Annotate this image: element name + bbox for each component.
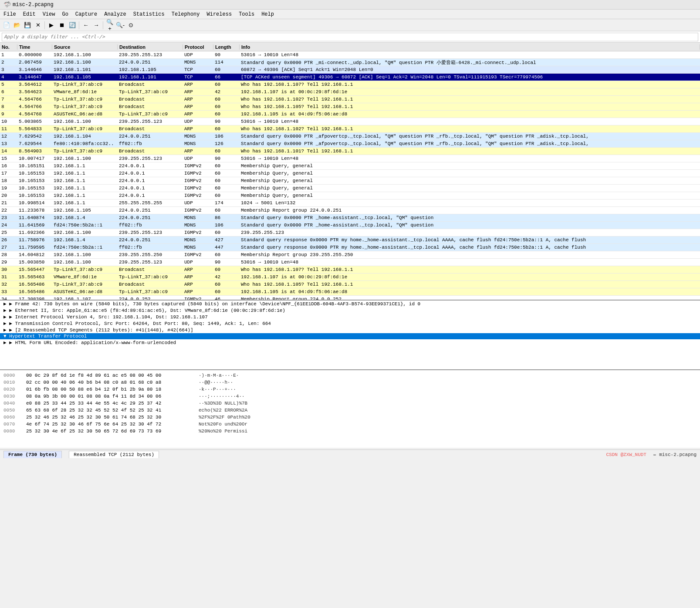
hex-addr: 0040 [3,401,19,406]
app-icon: 🦈 [3,1,11,8]
table-row[interactable]: 3115.565463VMware_8f:6d:1eTp-LinkT_37:ab… [0,274,700,281]
table-row[interactable]: 2411.641569fd24:750e:5b2a::1ff02::fbMDNS… [0,222,700,229]
toolbar-open-btn[interactable]: 📂 [12,20,22,30]
packet-cell: UDP [183,52,213,57]
table-row[interactable]: 94.564768ASUSTeKC_06:ae:d8Tp-LinkT_37:ab… [0,111,700,118]
detail-row[interactable]: Hypertext Transfer Protocol [0,333,700,339]
filter-input[interactable] [2,33,698,41]
packet-cell: 21 [0,200,17,206]
packet-cell: 16.565486 [17,289,52,294]
menu-item-capture[interactable]: Capture [72,10,101,18]
menu-item-tools[interactable]: Tools [235,10,258,18]
status-tab-reassembled[interactable]: Reassembled TCP (2112 bytes) [69,451,159,458]
table-row[interactable]: 22.067459192.168.1.100224.0.0.251MDNS114… [0,59,700,66]
menu-item-wireless[interactable]: Wireless [203,10,236,18]
table-row[interactable]: 63.564623VMware_8f:6d:1eTp-LinkT_37:ab:c… [0,88,700,96]
menu-item-file[interactable]: File [0,10,20,18]
detail-row[interactable]: ▶ Frame 42: 730 bytes on wire (5840 bits… [0,301,700,307]
toolbar-forward-btn[interactable]: → [91,20,101,30]
packet-cell: UDP [183,200,213,206]
packet-cell: 60 [213,230,240,235]
table-row[interactable]: 33.144646192.168.1.101192.168.1.105TCP60… [0,66,700,74]
packet-cell: 60 [213,282,240,287]
toolbar-zoom-in-btn[interactable]: 🔍+ [105,20,115,30]
toolbar-restart-btn[interactable]: 🔄 [68,20,77,30]
menu-item-edit[interactable]: Edit [20,10,39,18]
toolbar-start-btn[interactable]: ▶ [47,20,56,30]
table-row[interactable]: 2010.165153192.168.1.1224.0.0.1IGMPv260M… [0,192,700,199]
packet-cell: 34 [0,297,17,300]
table-row[interactable]: 2511.692366192.168.1.100239.255.255.123I… [0,229,700,236]
detail-row[interactable]: ▶ Ethernet II, Src: Apple_61:ac:e5 (f8:4… [0,307,700,314]
menu-item-view[interactable]: View [39,10,59,18]
table-row[interactable]: 2711.759595fd24:750e:5b2a::1ff02::fbMDNS… [0,244,700,251]
toolbar: 📄 📂 💾 ✕ ▶ ⏹ 🔄 ← → 🔍+ 🔍- ⊙ [0,19,700,31]
table-row[interactable]: 2110.998514192.168.1.1255.255.255.255UDP… [0,199,700,207]
table-row[interactable]: 3316.565486ASUSTeKC_06:ae:d8Tp-LinkT_37:… [0,288,700,296]
table-row[interactable]: 2915.003850192.168.1.100239.255.255.123U… [0,259,700,266]
packet-cell: 60 [213,171,240,176]
packet-cell: 90 [213,260,240,265]
toolbar-close-btn[interactable]: ✕ [33,20,43,30]
menu-item-telephony[interactable]: Telephony [168,10,203,18]
table-row[interactable]: 137.629544fe80::410:98fa:cc32..ff02::fbM… [0,140,700,148]
packet-cell: Tp-LinkT_37:ab:c9 [52,97,118,102]
table-row[interactable]: 1710.165153192.168.1.1224.0.0.1IGMPv260M… [0,170,700,177]
statusbar: Frame (730 bytes) Reassembled TCP (2112 … [0,449,700,459]
table-row[interactable]: 1610.165151192.168.1.1224.0.0.1IGMPv260M… [0,162,700,170]
detail-row[interactable]: ▶ HTML Form URL Encoded: application/x-w… [0,339,700,346]
table-row[interactable]: 148.564903Tp-LinkT_37:ab:c9BroadcastARP6… [0,148,700,155]
toolbar-sep-2 [79,21,79,29]
detail-row[interactable]: ▶ Internet Protocol Version 4, Src: 192.… [0,314,700,320]
toolbar-back-btn[interactable]: ← [81,20,91,30]
menu-item-help[interactable]: Help [258,10,277,18]
toolbar-new-btn[interactable]: 📄 [2,20,11,30]
detail-row[interactable]: ▶ Transmission Control Protocol, Src Por… [0,320,700,327]
table-row[interactable]: 115.564833Tp-LinkT_37:ab:c9BroadcastARP6… [0,125,700,133]
packet-cell: 192.168.1.100 [52,230,118,235]
hex-row: 002001 6b fb 08 00 50 88 e6 b4 12 0f b1 … [3,386,697,393]
table-row[interactable]: 84.564766Tp-LinkT_37:ab:c9BroadcastARP60… [0,103,700,111]
toolbar-sep-1 [44,21,45,29]
table-row[interactable]: 1810.165153192.168.1.1224.0.0.1IGMPv260M… [0,177,700,185]
table-row[interactable]: 2814.604812192.168.1.100239.255.255.250I… [0,251,700,259]
packet-cell: Tp-LinkT_37:ab:c9 [118,89,183,95]
table-row[interactable]: 2611.758976192.168.1.4224.0.0.251MDNS427… [0,236,700,244]
menu-item-go[interactable]: Go [58,10,71,18]
toolbar-zoom-out-btn[interactable]: 🔍- [115,20,125,30]
packet-cell: TCP [183,74,213,80]
table-row[interactable]: 53.564612Tp-LinkT_37:ab:c9BroadcastARP60… [0,81,700,88]
packet-cell: Broadcast [118,82,183,87]
table-row[interactable]: 74.564766Tp-LinkT_37:ab:c9BroadcastARP60… [0,96,700,103]
table-row[interactable]: 127.629542192.168.1.104224.0.0.251MDNS10… [0,133,700,140]
packet-cell: Membership Query, general [240,171,700,176]
packet-cell: 2.067459 [17,60,52,65]
packet-cell: Standard query 0x0000 PTR _afpovertcp._t… [240,134,700,139]
table-row[interactable]: 10.000000192.168.1.100239.255.255.123UDP… [0,51,700,59]
packet-cell: IGMPv2 [183,186,213,191]
packet-cell: 32 [0,282,17,287]
table-row[interactable]: 3015.565447Tp-LinkT_37:ab:c9BroadcastARP… [0,266,700,274]
packet-cell: 192.168.1.1 [52,200,118,206]
table-row[interactable]: 1910.165153192.168.1.1224.0.0.1IGMPv260M… [0,185,700,192]
table-row[interactable]: 2211.233678192.168.1.105224.0.0.251IGMPv… [0,207,700,214]
table-row[interactable]: 3216.565486Tp-LinkT_37:ab:c9BroadcastARP… [0,281,700,288]
toolbar-zoom-reset-btn[interactable]: ⊙ [126,20,135,30]
table-row[interactable]: 2311.640874192.168.1.4224.0.0.251MDNS86S… [0,214,700,222]
table-row[interactable]: 105.003865192.168.1.100239.255.255.123UD… [0,118,700,125]
toolbar-stop-btn[interactable]: ⏹ [57,20,67,30]
packet-cell: 30 [0,267,17,272]
table-row[interactable]: 3417.308398192.168.1.107224.0.0.252IGMPv… [0,296,700,300]
col-time: Time [17,44,52,50]
menu-item-analyze[interactable]: Analyze [101,10,129,18]
toolbar-save-btn[interactable]: 💾 [23,20,32,30]
hex-addr: 0080 [3,429,19,434]
table-row[interactable]: 1510.007417192.168.1.100239.255.255.123U… [0,155,700,162]
detail-row[interactable]: ▶ [2 Reassembled TCP Segments (2112 byte… [0,327,700,333]
hex-row: 005065 63 68 6f 28 25 32 32 45 52 52 4f … [3,407,697,414]
filterbar [0,31,700,43]
status-tab-frame[interactable]: Frame (730 bytes) [3,451,62,458]
table-row[interactable]: 43.144647192.168.1.105192.168.1.101TCP66… [0,74,700,81]
packet-cell: ARP [183,104,213,109]
menu-item-statistics[interactable]: Statistics [130,10,168,18]
